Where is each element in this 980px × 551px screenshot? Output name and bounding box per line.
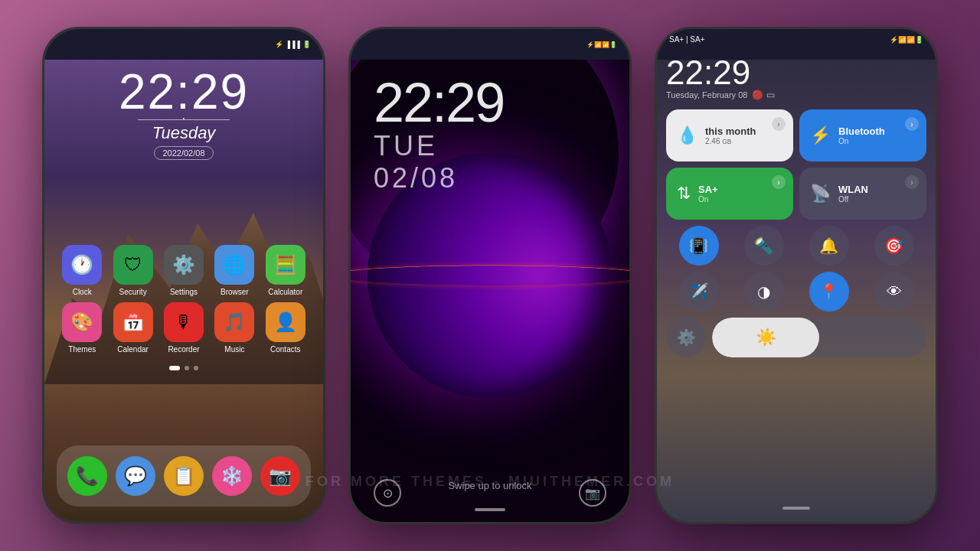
date-display: 2022/02/08 xyxy=(154,146,213,160)
security-label: Security xyxy=(119,288,147,296)
app-clock[interactable]: 🕐 Clock xyxy=(60,245,104,296)
bluetooth-tile-text: Bluetooth On xyxy=(838,126,885,145)
dock-camera[interactable]: 📷 xyxy=(260,456,300,496)
dock-messages[interactable]: 💬 xyxy=(116,456,155,496)
app-browser[interactable]: 🌐 Browser xyxy=(212,245,256,296)
airplane-button[interactable]: ✈️ xyxy=(679,272,719,311)
page-indicators xyxy=(44,366,323,370)
focus-button[interactable]: 🎯 xyxy=(874,226,914,266)
dot-1[interactable] xyxy=(169,366,180,370)
data-tile-value: 2.46 GB xyxy=(705,137,756,145)
data-tile-icon: 💧 xyxy=(677,126,697,145)
power-button-2[interactable] xyxy=(629,144,632,190)
settings-icon: ⚙️ xyxy=(164,245,204,285)
data-tile-label: this month xyxy=(705,126,756,137)
bluetooth-tile-icon: ⚡ xyxy=(810,126,831,145)
music-label: Music xyxy=(224,345,244,354)
dot-2[interactable] xyxy=(185,366,189,370)
status-icons: ⚡ ▐▐▐ 🔋 xyxy=(275,41,311,48)
clock-display: 22:29 xyxy=(44,67,323,116)
recorder-label: Recorder xyxy=(168,345,199,354)
brightness-sun-icon: ☀️ xyxy=(756,328,776,347)
home-screen: ⚡ ▐▐▐ 🔋 22:29 Tuesday 2022/02/08 🕐 Clock… xyxy=(44,29,323,522)
phone-home: ⚡ ▐▐▐ 🔋 22:29 Tuesday 2022/02/08 🕐 Clock… xyxy=(42,27,325,524)
wlan-tile-sub: Off xyxy=(838,195,868,204)
location-button[interactable]: 📍 xyxy=(809,272,849,311)
battery-icon-s1: 🔋 xyxy=(302,41,311,48)
calculator-icon: 🧮 xyxy=(266,245,305,285)
brightness-row: ⚙️ ☀️ xyxy=(666,318,926,357)
app-calculator[interactable]: 🧮 Calculator xyxy=(263,245,308,296)
power-button-3[interactable] xyxy=(936,144,938,190)
settings-label: Settings xyxy=(170,288,198,296)
lock-screen: ⚡📶📶🔋 22:29 TUE 02/08 ⊙ 📷 Swipe up to unl… xyxy=(351,29,629,522)
app-security[interactable]: 🛡 Security xyxy=(111,245,155,296)
app-music[interactable]: 🎵 Music xyxy=(212,302,256,354)
bluetooth-tile-expand[interactable]: › xyxy=(905,117,919,131)
app-settings[interactable]: ⚙️ Settings xyxy=(162,245,206,296)
themes-label: Themes xyxy=(68,345,96,354)
planet-ring xyxy=(348,265,632,285)
recorder-icon: 🎙 xyxy=(164,302,204,342)
lock-clock-area: 22:29 TUE 02/08 xyxy=(374,75,504,194)
cc-date-text: Tuesday, February 08 xyxy=(666,90,747,99)
app-dock: 📞 💬 📋 ❄️ 📷 xyxy=(57,445,311,507)
sa-tile-icon: ⇅ xyxy=(677,184,691,204)
control-panel: 22:29 Tuesday, February 08 🔴 ▭ 💧 this mo… xyxy=(666,56,926,514)
calendar-label: Calendar xyxy=(117,345,149,354)
security-icon: 🛡 xyxy=(113,245,153,285)
dock-snowflake[interactable]: ❄️ xyxy=(212,456,252,496)
icon-row-2: ✈️ ◑ 📍 👁 xyxy=(666,272,926,311)
wlan-tile-icon: 📡 xyxy=(810,184,831,204)
control-tiles: 💧 this month 2.46 GB › ⚡ Bluetooth On › xyxy=(666,109,926,220)
browser-icon: 🌐 xyxy=(214,245,254,285)
home-indicator-2[interactable] xyxy=(475,508,505,511)
app-recorder[interactable]: 🎙 Recorder xyxy=(162,302,206,354)
calendar-icon: 📅 xyxy=(113,302,153,342)
data-tile[interactable]: 💧 this month 2.46 GB › xyxy=(666,109,793,161)
sa-tile[interactable]: ⇅ SA+ On › xyxy=(666,168,793,220)
clock-icon: 🕐 xyxy=(62,245,102,285)
icons-right-s3: ⚡📶📶🔋 xyxy=(890,36,923,44)
dot-3[interactable] xyxy=(194,366,198,370)
bottom-handle-3[interactable] xyxy=(782,507,810,510)
app-row-1: 🕐 Clock 🛡 Security ⚙️ Settings 🌐 Browser… xyxy=(44,245,323,296)
status-bar-phone1: ⚡ ▐▐▐ 🔋 xyxy=(44,35,323,54)
calculator-label: Calculator xyxy=(268,288,302,296)
bluetooth-tile[interactable]: ⚡ Bluetooth On › xyxy=(799,109,926,161)
carrier-text: SA+ | SA+ xyxy=(669,35,705,44)
bluetooth-icon-s1: ⚡ xyxy=(275,41,283,48)
data-tile-expand[interactable]: › xyxy=(772,117,786,131)
data-tile-text: this month 2.46 GB xyxy=(705,126,756,145)
invert-button[interactable]: ◑ xyxy=(744,272,784,311)
vibrate-button[interactable]: 📳 xyxy=(679,226,719,266)
dock-phone[interactable]: 📞 xyxy=(67,456,107,496)
bluetooth-tile-sub: On xyxy=(838,137,885,145)
wlan-tile-expand[interactable]: › xyxy=(905,175,919,189)
notification-button[interactable]: 🔔 xyxy=(809,226,849,266)
eye-button[interactable]: 👁 xyxy=(874,272,914,311)
power-button[interactable] xyxy=(323,144,325,190)
app-calendar[interactable]: 📅 Calendar xyxy=(111,302,155,354)
sa-tile-sub: On xyxy=(698,195,718,204)
brightness-circle: ⚙️ xyxy=(666,318,706,357)
status-icons-2: ⚡📶📶🔋 xyxy=(586,41,617,48)
clock-label: Clock xyxy=(73,288,92,296)
app-contacts[interactable]: 👤 Contacts xyxy=(263,302,308,354)
contacts-icon: 👤 xyxy=(266,302,305,342)
cc-date: Tuesday, February 08 🔴 ▭ xyxy=(666,90,926,100)
brightness-slider[interactable]: ☀️ xyxy=(712,318,926,357)
lock-date: 02/08 xyxy=(374,162,504,194)
music-icon: 🎵 xyxy=(214,302,254,342)
wlan-tile[interactable]: 📡 WLAN Off › xyxy=(799,168,926,220)
lock-clock: 22:29 xyxy=(374,75,504,130)
sa-tile-expand[interactable]: › xyxy=(772,175,786,189)
flashlight-button[interactable]: 🔦 xyxy=(744,226,784,266)
sa-tile-label: SA+ xyxy=(698,184,718,195)
bt-icon-s2: ⚡📶📶🔋 xyxy=(586,41,617,48)
app-themes[interactable]: 🎨 Themes xyxy=(60,302,104,354)
browser-label: Browser xyxy=(220,288,249,296)
dock-clipboard[interactable]: 📋 xyxy=(164,456,204,496)
status-bar-phone3: SA+ | SA+ ⚡📶📶🔋 xyxy=(669,35,923,44)
cc-date-icons: 🔴 ▭ xyxy=(752,90,774,100)
